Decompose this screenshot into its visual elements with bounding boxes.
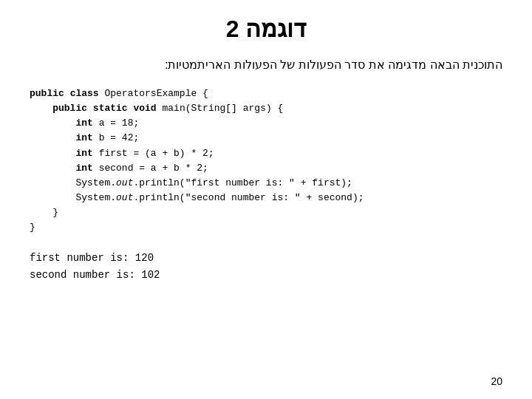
output-line1: first number is: 120 bbox=[30, 250, 502, 266]
slide-title: דוגמה 2 bbox=[30, 15, 502, 43]
output-line2: second number is: 102 bbox=[30, 267, 502, 283]
code-block: public class OperatorsExample { public s… bbox=[30, 86, 502, 235]
page-number: 20 bbox=[491, 375, 502, 387]
slide-subtitle: התוכנית הבאה מדגימה את סדר הפעולות של הפ… bbox=[30, 58, 502, 72]
slide-container: דוגמה 2 התוכנית הבאה מדגימה את סדר הפעול… bbox=[0, 0, 532, 399]
output-block: first number is: 120 second number is: 1… bbox=[30, 250, 502, 283]
